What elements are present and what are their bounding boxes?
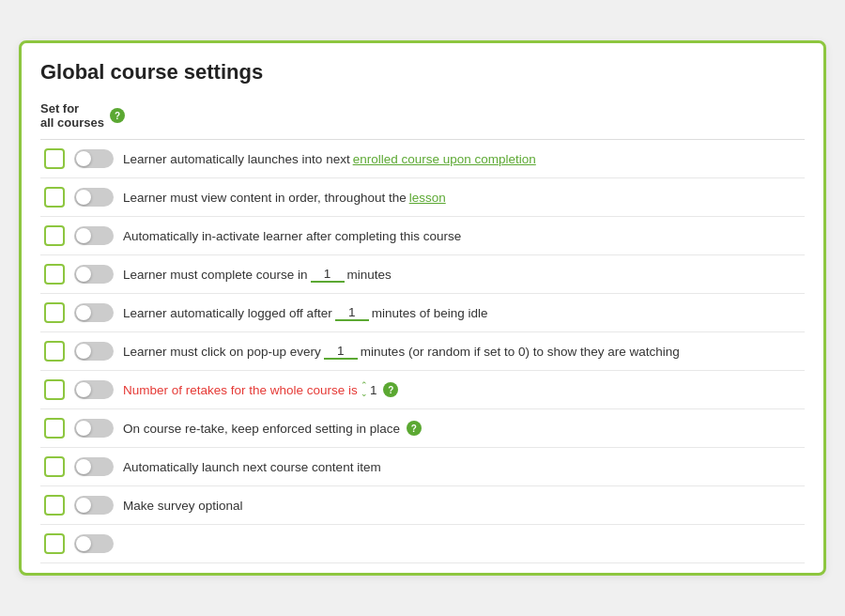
setting-row: Learner automatically logged off after m… [40, 294, 805, 332]
row10-checkbox[interactable] [44, 495, 65, 516]
row4-toggle-knob [76, 267, 91, 282]
row5-minutes-input[interactable] [335, 305, 369, 321]
row2-link[interactable]: lesson [409, 191, 446, 205]
row9-toggle-knob [76, 459, 91, 474]
setting-row: Automatically in-activate learner after … [40, 217, 805, 255]
row10-text: Make survey optional [123, 499, 801, 513]
setting-row: On course re-take, keep enforced setting… [40, 409, 805, 448]
row3-toggle[interactable] [74, 226, 114, 245]
set-for-label: Set for all courses ? [40, 101, 805, 130]
row11-toggle[interactable] [74, 534, 114, 553]
row1-link[interactable]: enrolled course upon completion [353, 152, 536, 166]
setting-row: Learner must click on pop-up every minut… [40, 332, 805, 371]
row9-toggle[interactable] [74, 457, 114, 476]
row2-checkbox[interactable] [44, 187, 65, 208]
row1-toggle-knob [76, 151, 91, 166]
row3-checkbox[interactable] [44, 225, 65, 246]
row2-text: Learner must view content in order, thro… [123, 191, 801, 205]
retakes-spinner[interactable]: ⌃⌄ 1 [361, 381, 377, 398]
row1-toggle[interactable] [74, 149, 114, 168]
row11-checkbox[interactable] [44, 533, 65, 554]
row8-help-icon[interactable]: ? [407, 421, 422, 436]
row7-toggle[interactable] [74, 380, 114, 399]
row6-toggle-knob [76, 344, 91, 359]
row5-toggle-knob [76, 305, 91, 320]
row7-checkbox[interactable] [44, 379, 65, 400]
row1-text: Learner automatically launches into next… [123, 152, 801, 166]
row10-toggle[interactable] [74, 496, 114, 515]
page-title: Global course settings [40, 60, 805, 85]
row7-toggle-knob [76, 382, 91, 397]
setting-row: Learner must view content in order, thro… [40, 178, 805, 217]
row2-toggle[interactable] [74, 188, 114, 207]
row6-text: Learner must click on pop-up every minut… [123, 344, 801, 360]
retakes-value: 1 [370, 383, 377, 397]
row7-text: Number of retakes for the whole course i… [123, 381, 801, 398]
row7-help-icon[interactable]: ? [383, 382, 398, 397]
row2-toggle-knob [76, 190, 91, 205]
row4-toggle[interactable] [74, 265, 114, 284]
global-course-settings-card: Global course settings Set for all cours… [19, 40, 826, 576]
setting-row: Learner must complete course in minutes [40, 255, 805, 294]
row4-text: Learner must complete course in minutes [123, 267, 801, 283]
row11-toggle-knob [76, 536, 91, 551]
row5-checkbox[interactable] [44, 302, 65, 323]
row8-checkbox[interactable] [44, 418, 65, 439]
row9-checkbox[interactable] [44, 456, 65, 477]
row4-minutes-input[interactable] [311, 267, 345, 283]
row6-checkbox[interactable] [44, 341, 65, 362]
row5-toggle[interactable] [74, 303, 114, 322]
setting-row: Learner automatically launches into next… [40, 140, 805, 178]
row3-text: Automatically in-activate learner after … [123, 229, 801, 243]
row10-toggle-knob [76, 498, 91, 513]
setting-row: Number of retakes for the whole course i… [40, 371, 805, 409]
row9-text: Automatically launch next course content… [123, 460, 801, 474]
row3-toggle-knob [76, 228, 91, 243]
row6-minutes-input[interactable] [324, 344, 358, 360]
row4-checkbox[interactable] [44, 264, 65, 285]
row8-toggle[interactable] [74, 419, 114, 438]
row6-toggle[interactable] [74, 342, 114, 361]
row5-text: Learner automatically logged off after m… [123, 305, 801, 321]
row1-checkbox[interactable] [44, 148, 65, 169]
setting-row: Automatically launch next course content… [40, 448, 805, 486]
row8-toggle-knob [76, 421, 91, 436]
row8-text: On course re-take, keep enforced setting… [123, 421, 801, 436]
all-courses-help-icon[interactable]: ? [110, 108, 125, 123]
setting-row [40, 525, 805, 563]
settings-list: Learner automatically launches into next… [40, 139, 805, 563]
setting-row: Make survey optional [40, 486, 805, 525]
